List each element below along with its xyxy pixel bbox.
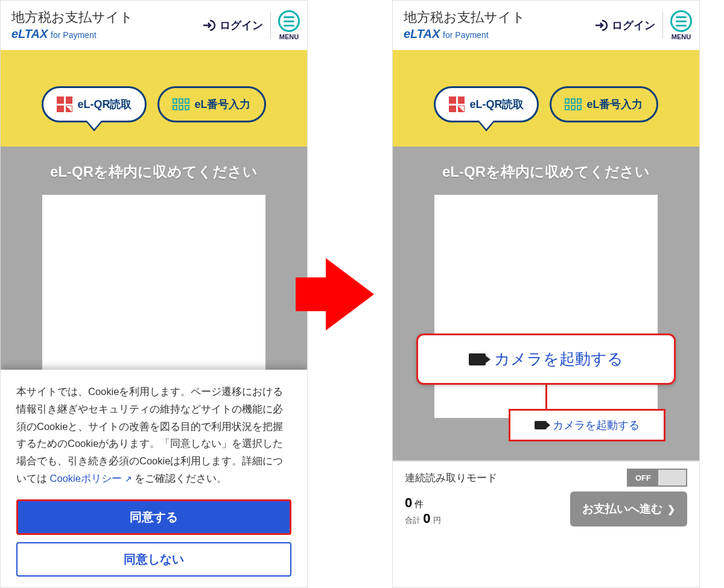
launch-camera-button-large[interactable]: カメラを起動する — [416, 334, 676, 385]
number-grid-icon — [173, 98, 189, 110]
cookie-agree-button[interactable]: 同意する — [16, 499, 291, 535]
phone-screen-right: 地方税お支払サイト eLTAX for Payment ログイン MENU — [392, 0, 700, 588]
cookie-disagree-button[interactable]: 同意しない — [16, 542, 291, 577]
tab-el-number-input[interactable]: eL番号入力 — [550, 86, 658, 122]
external-link-icon: ↗ — [125, 474, 132, 484]
header-actions: ログイン MENU — [594, 10, 692, 40]
tab-section: eL-QR読取 eL番号入力 — [1, 50, 307, 147]
brand-block: 地方税お支払サイト eLTAX for Payment — [11, 10, 133, 42]
login-icon — [202, 18, 216, 33]
phone-screen-left: 地方税お支払サイト eLTAX for Payment ログイン MENU — [0, 0, 308, 588]
scan-count: 0 件 合計 0 円 — [405, 495, 441, 526]
app-header: 地方税お支払サイト eLTAX for Payment ログイン MENU — [1, 1, 307, 50]
continuous-scan-row: 連続読み取りモード OFF — [405, 469, 687, 487]
arrow-icon — [326, 258, 374, 330]
site-title: 地方税お支払サイト — [11, 10, 133, 25]
tab-elqr-read[interactable]: eL-QR読取 — [434, 86, 539, 122]
login-icon — [594, 18, 608, 33]
header-actions: ログイン MENU — [202, 10, 300, 40]
bottom-control-bar: 連続読み取りモード OFF 0 件 合計 0 円 お支払いへ進む ❯ — [393, 460, 699, 534]
cookie-policy-link[interactable]: Cookieポリシー ↗ — [50, 473, 132, 484]
login-button[interactable]: ログイン — [594, 18, 655, 33]
continuous-scan-toggle[interactable]: OFF — [627, 469, 687, 487]
hamburger-icon — [278, 10, 300, 32]
tab-section: eL-QR読取 eL番号入力 — [393, 50, 699, 147]
comparison-container: 地方税お支払サイト eLTAX for Payment ログイン MENU — [0, 0, 724, 588]
qr-icon — [449, 96, 465, 112]
qr-icon — [57, 96, 72, 112]
proceed-payment-button[interactable]: お支払いへ進む ❯ — [570, 492, 687, 526]
menu-button[interactable]: MENU — [278, 10, 300, 40]
brand-block: 地方税お支払サイト eLTAX for Payment — [404, 10, 526, 42]
scan-instruction: eL-QRを枠内に収めてください — [408, 162, 684, 182]
menu-button[interactable]: MENU — [670, 10, 692, 40]
brand-logo: eLTAX for Payment — [404, 27, 526, 41]
camera-icon — [535, 421, 547, 429]
launch-camera-button-small[interactable]: カメラを起動する — [509, 409, 665, 441]
cookie-text: 本サイトでは、Cookieを利用します。ページ遷移における情報引き継ぎやセキュリ… — [16, 383, 291, 487]
summary-row: 0 件 合計 0 円 お支払いへ進む ❯ — [405, 492, 687, 526]
tab-elqr-read[interactable]: eL-QR読取 — [42, 86, 147, 122]
header-divider — [270, 12, 271, 39]
chevron-right-icon: ❯ — [667, 504, 675, 515]
transition-arrow — [308, 0, 392, 588]
continuous-scan-label: 連続読み取りモード — [405, 471, 497, 485]
scan-instruction: eL-QRを枠内に収めてください — [16, 162, 291, 182]
scan-section: eL-QRを枠内に収めてください カメラを起動する カメラを起動する — [393, 147, 699, 460]
brand-logo: eLTAX for Payment — [11, 27, 133, 41]
annotation-connector — [545, 385, 547, 409]
number-grid-icon — [565, 98, 582, 110]
toggle-knob: OFF — [628, 470, 658, 485]
header-divider — [662, 12, 663, 39]
site-title: 地方税お支払サイト — [404, 10, 526, 25]
login-button[interactable]: ログイン — [202, 18, 263, 33]
cookie-consent-sheet: 本サイトでは、Cookieを利用します。ページ遷移における情報引き継ぎやセキュリ… — [1, 370, 307, 587]
app-header: 地方税お支払サイト eLTAX for Payment ログイン MENU — [393, 1, 699, 50]
camera-icon — [469, 353, 486, 365]
hamburger-icon — [670, 10, 692, 32]
tab-el-number-input[interactable]: eL番号入力 — [157, 86, 265, 122]
